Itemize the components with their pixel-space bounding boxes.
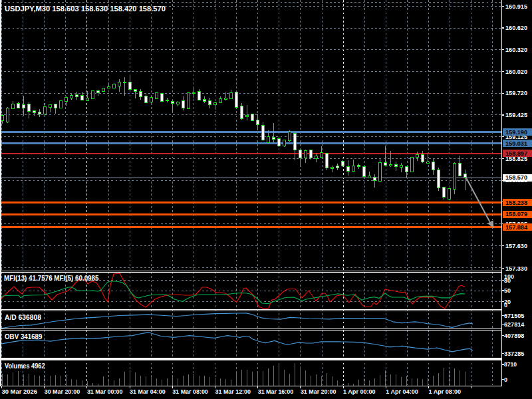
svg-text:Volumes 4962: Volumes 4962 (5, 362, 45, 370)
svg-text:1 Apr 00:00: 1 Apr 00:00 (343, 388, 376, 395)
svg-text:0: 0 (504, 376, 507, 383)
svg-text:158.897: 158.897 (505, 150, 527, 157)
svg-text:OBV 341689: OBV 341689 (5, 333, 43, 340)
svg-text:80: 80 (504, 277, 511, 284)
svg-text:30 Mar 2026: 30 Mar 2026 (2, 388, 38, 395)
svg-text:160.620: 160.620 (505, 25, 527, 31)
svg-text:157.330: 157.330 (505, 265, 527, 272)
svg-text:160.915: 160.915 (505, 3, 527, 10)
svg-text:407898: 407898 (504, 332, 524, 339)
svg-text:157.630: 157.630 (505, 243, 527, 249)
svg-text:31 Mar 00:00: 31 Mar 00:00 (87, 388, 123, 395)
svg-text:159.031: 159.031 (505, 140, 527, 147)
svg-text:A/D 636808: A/D 636808 (5, 314, 41, 321)
svg-text:1 Apr 04:00: 1 Apr 04:00 (386, 388, 418, 395)
svg-text:31 Mar 16:00: 31 Mar 16:00 (258, 388, 294, 395)
svg-text:159.720: 159.720 (505, 90, 527, 96)
svg-text:1 Apr 08:00: 1 Apr 08:00 (429, 388, 462, 395)
svg-text:160.320: 160.320 (505, 47, 527, 53)
svg-text:31 Mar 20:00: 31 Mar 20:00 (301, 388, 336, 395)
svg-text:159.190: 159.190 (505, 129, 527, 136)
svg-text:31 Mar 08:00: 31 Mar 08:00 (172, 388, 208, 395)
svg-text:337285: 337285 (504, 350, 524, 357)
svg-text:158.079: 158.079 (505, 211, 527, 217)
svg-text:160.020: 160.020 (505, 68, 527, 75)
svg-text:31 Mar 04:00: 31 Mar 04:00 (130, 388, 166, 395)
svg-text:158.238: 158.238 (505, 200, 527, 206)
svg-text:159.425: 159.425 (505, 112, 527, 118)
svg-text:MFI(13) 41.7576 MFI(5) 60.098: MFI(13) 41.7576 MFI(5) 60.0985 (4, 275, 99, 282)
svg-text:158.570: 158.570 (505, 174, 527, 181)
svg-text:50: 50 (504, 287, 511, 294)
svg-text:671505: 671505 (504, 313, 524, 319)
svg-text:8710: 8710 (504, 361, 517, 368)
svg-text:30 Mar 20:00: 30 Mar 20:00 (45, 388, 80, 395)
svg-text:USDJPY,M30 158.603 158.630 158: USDJPY,M30 158.603 158.630 158.420 158.5… (5, 5, 166, 13)
svg-text:31 Mar 12:00: 31 Mar 12:00 (215, 388, 251, 395)
svg-text:0: 0 (504, 302, 507, 309)
svg-text:627814: 627814 (504, 321, 524, 328)
svg-text:157.884: 157.884 (505, 224, 527, 231)
